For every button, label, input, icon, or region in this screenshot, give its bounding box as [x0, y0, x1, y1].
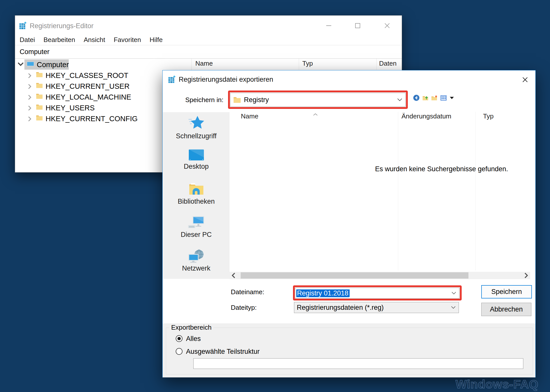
text-caret: [349, 289, 350, 297]
list-column-typ[interactable]: Typ: [483, 112, 494, 120]
tree-label[interactable]: HKEY_CLASSES_ROOT: [46, 71, 128, 80]
filetype-value: Registrierungsdateien (*.reg): [297, 304, 384, 312]
column-separator: [475, 112, 476, 271]
sidebar-label: Bibliotheken: [163, 198, 230, 205]
sidebar-label: Schnellzugriff: [163, 132, 230, 140]
column-header-typ[interactable]: Typ: [302, 60, 313, 67]
menu-datei[interactable]: Datei: [20, 36, 35, 44]
folder-icon: [36, 115, 43, 121]
export-registry-dialog: Registrierungsdatei exportieren Speicher…: [162, 70, 536, 377]
desktop-monitor-icon: [163, 149, 230, 161]
chevron-right-icon[interactable]: [28, 73, 31, 78]
computer-icon: [26, 61, 35, 69]
tree-label-computer[interactable]: Computer: [37, 61, 69, 69]
scrollbar-thumb[interactable]: [241, 272, 468, 279]
minimize-button[interactable]: [323, 21, 334, 30]
folder-icon: [36, 93, 43, 99]
chevron-down-icon[interactable]: [18, 62, 24, 66]
tree-label[interactable]: HKEY_LOCAL_MACHINE: [46, 93, 131, 101]
radio-selected-dot: [177, 337, 181, 340]
folder-icon: [233, 97, 241, 103]
network-icon: [163, 249, 230, 263]
filename-combobox[interactable]: Registry 01.2018: [295, 288, 459, 299]
sort-ascending-icon: [313, 113, 318, 116]
chevron-right-icon[interactable]: [28, 116, 31, 121]
sidebar-label: Desktop: [163, 163, 230, 170]
column-separator: [299, 59, 299, 70]
folder-icon: [36, 104, 43, 110]
address-bar[interactable]: Computer: [15, 45, 402, 59]
tree-label[interactable]: HKEY_CURRENT_CONFIG: [46, 115, 138, 123]
save-in-value: Registry: [244, 96, 269, 104]
menu-bar: Datei Bearbeiten Ansicht Favoriten Hilfe: [15, 35, 402, 45]
save-button-label: Speichern: [491, 288, 522, 296]
quick-access-star-icon: [163, 115, 230, 131]
sidebar-item-netzwerk[interactable]: Netzwerk: [163, 249, 230, 272]
tree-row-computer[interactable]: Computer: [15, 59, 191, 70]
places-sidebar: Schnellzugriff Desktop Bibl: [163, 112, 230, 279]
chevron-right-icon[interactable]: [28, 106, 31, 111]
column-separator: [398, 112, 398, 271]
save-in-combobox[interactable]: Registry: [230, 93, 406, 107]
chevron-down-icon: [451, 306, 456, 309]
menu-hilfe[interactable]: Hilfe: [150, 36, 163, 44]
cancel-button-label: Abbrechen: [490, 306, 523, 313]
column-header-daten[interactable]: Daten: [379, 60, 396, 67]
export-range-label: Exportbereich: [169, 324, 213, 331]
sidebar-label: Netzwerk: [163, 265, 230, 272]
list-column-aenderungsdatum[interactable]: Änderungsdatum: [401, 112, 451, 120]
dialog-title: Registrierungsdatei exportieren: [179, 76, 273, 83]
folder-icon: [36, 72, 43, 77]
tree-label[interactable]: HKEY_USERS: [46, 104, 95, 112]
sidebar-item-bibliotheken[interactable]: Bibliotheken: [163, 182, 230, 205]
radio-teilstruktur-label: Ausgewählte Teilstruktur: [186, 348, 260, 356]
menu-favoriten[interactable]: Favoriten: [114, 36, 141, 44]
radio-alles-label: Alles: [186, 335, 201, 343]
filetype-combobox[interactable]: Registrierungsdateien (*.reg): [294, 302, 459, 313]
dialog-close-icon[interactable]: [519, 75, 531, 84]
view-menu-icon[interactable]: [440, 95, 447, 101]
menu-bearbeiten[interactable]: Bearbeiten: [44, 36, 75, 44]
file-list: Name Änderungsdatum Typ Es wurden keine …: [230, 111, 530, 271]
view-menu-dropdown-arrow[interactable]: [449, 96, 454, 100]
sidebar-label: Dieser PC: [163, 231, 230, 239]
registry-app-icon: [19, 21, 27, 29]
chevron-down-icon: [397, 98, 402, 101]
tree-label[interactable]: HKEY_CURRENT_USER: [46, 82, 130, 91]
watermark-text: Windows-FAQ: [456, 377, 550, 391]
chevron-right-icon[interactable]: [28, 84, 31, 89]
filename-label: Dateiname:: [231, 288, 264, 296]
new-folder-icon[interactable]: [431, 95, 438, 101]
selected-subtree-input[interactable]: [193, 358, 523, 369]
filename-value-selected: Registry 01.2018: [296, 289, 349, 297]
menu-ansicht[interactable]: Ansicht: [84, 36, 105, 44]
close-button[interactable]: [382, 21, 393, 30]
back-icon[interactable]: [413, 95, 420, 101]
chevron-down-icon: [452, 292, 456, 295]
sidebar-item-schnellzugriff[interactable]: Schnellzugriff: [163, 115, 230, 140]
filetype-label: Dateityp:: [231, 304, 257, 312]
window-title: Registrierungs-Editor: [30, 22, 94, 30]
column-separator: [376, 59, 377, 70]
maximize-button[interactable]: [352, 21, 363, 30]
radio-alles[interactable]: [176, 335, 182, 342]
registry-app-icon: [168, 75, 176, 83]
chevron-right-icon[interactable]: [28, 95, 31, 100]
this-pc-icon: [163, 216, 230, 229]
save-in-label: Speichern in:: [185, 96, 224, 104]
empty-results-text: Es wurden keine Suchergebnisse gefunden.: [375, 165, 508, 173]
up-one-level-icon[interactable]: [422, 95, 429, 101]
scroll-left-icon[interactable]: [232, 273, 235, 278]
horizontal-scrollbar[interactable]: [230, 272, 530, 279]
dialog-toolbar: [413, 95, 454, 101]
radio-ausgewaehlte-teilstruktur[interactable]: [176, 348, 182, 355]
cancel-button[interactable]: Abbrechen: [481, 303, 531, 316]
libraries-icon: [163, 182, 230, 196]
list-column-name[interactable]: Name: [241, 112, 258, 120]
sidebar-item-dieser-pc[interactable]: Dieser PC: [163, 216, 230, 239]
save-button[interactable]: Speichern: [481, 285, 532, 298]
sidebar-item-desktop[interactable]: Desktop: [163, 149, 230, 170]
scroll-right-icon[interactable]: [525, 273, 528, 278]
column-header-name[interactable]: Name: [195, 60, 213, 67]
folder-icon: [36, 82, 43, 88]
